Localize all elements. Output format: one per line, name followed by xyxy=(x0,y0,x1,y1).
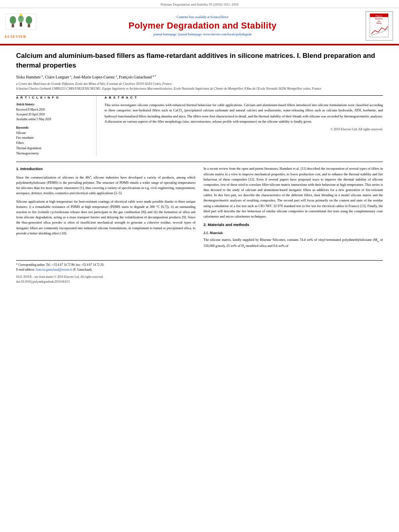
affiliation-a: a Centre des Matériaux de Grande Diffusi… xyxy=(16,82,383,86)
sciencedirect-link[interactable]: ScienceDirect xyxy=(210,15,228,19)
corresponding-author-note: * Corresponding author. Tel.: +33 4 67 1… xyxy=(16,263,104,267)
journal-cover-icon: Polymer Degradation and Stability xyxy=(368,13,390,37)
journal-header: Polymer Degradation and Stability 95 (20… xyxy=(0,0,399,8)
with-text: with xyxy=(302,114,309,118)
footer-footnote: * Corresponding author. Tel.: +33 4 67 1… xyxy=(16,263,383,267)
author-hamdani: Siska Hamdani a, Claire Longuet a, José-… xyxy=(16,75,156,79)
body-col-right: In a recent review from the open and pat… xyxy=(204,166,383,252)
contents-line: Contents lists available at ScienceDirec… xyxy=(41,15,364,19)
article-info: A R T I C L E I N F O Article history: R… xyxy=(16,96,97,156)
keyword-1: Silicone xyxy=(16,131,90,136)
homepage-label: journal homepage: xyxy=(153,33,178,36)
footer: * Corresponding author. Tel.: +33 4 67 1… xyxy=(16,260,383,284)
elsevier-logo: ELSEVIER xyxy=(5,13,41,39)
doi-line: doi:10.1016/j.polymdegradstab.2010.04.01… xyxy=(16,279,103,284)
subsection-2-1: 2.1. Materials xyxy=(204,230,383,236)
abstract-section: A B S T R A C T This series investigates… xyxy=(105,96,383,156)
footer-bottom: 0141-3910/$ – see front matter © 2010 El… xyxy=(16,275,383,284)
copyright: © 2010 Elsevier Ltd. All rights reserved… xyxy=(105,127,383,131)
footer-left-text: 0141-3910/$ – see front matter © 2010 El… xyxy=(16,275,103,284)
email-label: E-mail address: xyxy=(16,268,35,271)
homepage-url[interactable]: journal homepage: www.elsevier.com/locat… xyxy=(178,33,252,36)
journal-logo-right: Polymer Degradation and Stability xyxy=(364,11,394,41)
svg-rect-6 xyxy=(28,24,30,27)
section2-heading: 2. Materials and methods xyxy=(204,222,383,228)
keyword-2: Fire retardants xyxy=(16,136,90,141)
materials-para-1: The silicone matrix, kindly supplied by … xyxy=(204,237,383,249)
email-name: (F. Ganachaud). xyxy=(73,268,93,271)
svg-text:Stability: Stability xyxy=(376,23,381,24)
keyword-4: Thermal degradation xyxy=(16,146,90,151)
intro-para-right-1: In a recent review from the open and pat… xyxy=(204,166,383,219)
copyright-line: 0141-3910/$ – see front matter © 2010 El… xyxy=(16,275,103,279)
article-title: Calcium and aluminium-based fillers as f… xyxy=(16,51,383,70)
elsevier-text-label: ELSEVIER xyxy=(5,35,27,39)
article-info-heading: A R T I C L E I N F O xyxy=(16,96,90,99)
accepted-date: Accepted 20 April 2010 xyxy=(16,112,90,117)
contents-text: Contents lists available at xyxy=(177,15,210,19)
svg-point-8 xyxy=(20,14,22,16)
main-content: Calcium and aluminium-based fillers as f… xyxy=(0,45,399,256)
affiliation-b: b Institut Charles Gerhardt UMRS253 CNRS… xyxy=(16,86,383,91)
info-abstract-section: A R T I C L E I N F O Article history: R… xyxy=(16,96,383,156)
email-link[interactable]: francois.ganachaud@enscm.fr xyxy=(36,268,72,271)
received-date: Received 8 March 2010 xyxy=(16,107,90,112)
authors: Siska Hamdani a, Claire Longuet a, José-… xyxy=(16,74,383,79)
journal-logo-box: Polymer Degradation and Stability xyxy=(366,11,393,41)
svg-rect-4 xyxy=(20,23,22,27)
journal-homepage: journal homepage: journal homepage: www.… xyxy=(41,33,364,36)
journal-citation: Polymer Degradation and Stability 95 (20… xyxy=(160,2,239,6)
history-title: Article history: xyxy=(16,103,90,106)
svg-text:Polymer: Polymer xyxy=(376,15,383,17)
svg-rect-2 xyxy=(12,24,14,27)
keywords-title: Keywords: xyxy=(16,126,90,129)
info-divider-bottom xyxy=(16,162,383,162)
available-date: Available online 5 May 2010 xyxy=(16,117,90,122)
intro-para-1: Since the commercialization of silicones… xyxy=(16,175,195,196)
intro-para-2: Silicone applications at high temperatur… xyxy=(16,199,195,236)
section1-heading: 1. Introduction xyxy=(16,166,195,172)
elsevier-tree-icon xyxy=(5,13,37,34)
footer-email: E-mail address: francois.ganachaud@enscm… xyxy=(16,267,383,272)
journal-title: Polymer Degradation and Stability xyxy=(41,21,364,31)
article-dates: Received 8 March 2010 Accepted 20 April … xyxy=(16,107,90,122)
svg-point-1 xyxy=(10,16,16,24)
body-col-left: 1. Introduction Since the commercializat… xyxy=(16,166,195,252)
svg-point-5 xyxy=(26,16,32,24)
abstract-heading: A B S T R A C T xyxy=(105,96,383,99)
keyword-3: Fillers xyxy=(16,141,90,146)
abstract-text: This series investigates silicone compos… xyxy=(105,103,383,124)
banner-center: Contents lists available at ScienceDirec… xyxy=(41,15,364,36)
svg-rect-9 xyxy=(370,14,388,37)
svg-text:Degradation: Degradation xyxy=(375,18,383,20)
affiliations: a Centre des Matériaux de Grande Diffusi… xyxy=(16,82,383,91)
svg-text:and: and xyxy=(378,21,380,22)
body-columns: 1. Introduction Since the commercializat… xyxy=(16,166,383,252)
journal-banner: ELSEVIER Contents lists available at Sci… xyxy=(0,8,399,45)
keywords: Silicone Fire retardants Fillers Thermal… xyxy=(16,131,90,156)
keyword-5: Thermogravimetry xyxy=(16,151,90,156)
